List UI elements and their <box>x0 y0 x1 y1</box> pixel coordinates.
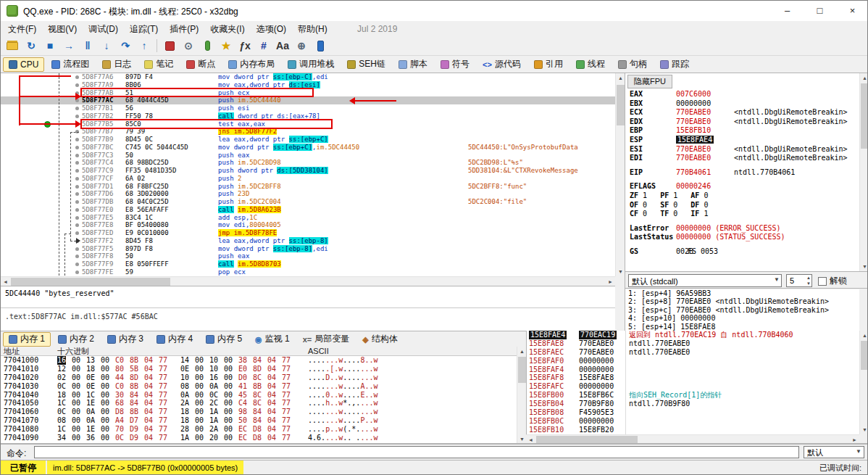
register-row[interactable]: ESI770EABE0<ntdll.DbgUiRemoteBreakin> <box>625 145 859 154</box>
stack-vscrollbar[interactable]: ▲ ▼ <box>859 331 868 434</box>
memory-row[interactable]: 7704100016001300C08B04771400100038840477… <box>1 356 517 365</box>
minimize-button[interactable]: – <box>771 1 804 21</box>
disasm-row[interactable]: 5D8F77D168 F8BFC25Dpush im.5DC2BFF85DC2B… <box>1 183 615 191</box>
memory-row[interactable]: 770410501C001E00688404772A002C00C48C0477… <box>1 399 517 408</box>
command-dropdown[interactable]: 默认▼ <box>804 446 864 458</box>
scroll-thumb[interactable] <box>11 278 170 286</box>
tab-handles[interactable]: 句柄 <box>612 57 653 72</box>
tab-symbols[interactable]: 符号 <box>435 57 475 72</box>
stack-row[interactable]: 15E8FAF815E8FAE8 <box>527 373 859 382</box>
scroll-up-icon[interactable]: ▲ <box>860 73 868 83</box>
disasm-row[interactable]: 5D8F77A98B06mov eax,dword ptr ds:[esi] <box>1 81 615 89</box>
tab-memory[interactable]: 内存 3 <box>101 332 149 347</box>
tab-notes[interactable]: 笔记 <box>138 57 179 72</box>
hash-icon[interactable]: # <box>255 38 272 54</box>
tab-call-stack[interactable]: 调用堆栈 <box>282 57 340 72</box>
stack-row[interactable]: 15E8FAF400000000 <box>527 365 859 374</box>
unlock-checkbox[interactable]: 解锁 <box>818 275 847 287</box>
register-row[interactable] <box>625 177 859 182</box>
memory-dump-pane[interactable]: 7704100016001300C08B04771400100038840477… <box>1 356 517 444</box>
stack-row[interactable]: 15E8FAE8770EABE0ntdll.770EABE0 <box>527 339 859 348</box>
tab-watch[interactable]: ◉监视 1 <box>249 332 296 347</box>
disasm-row[interactable]: 5D8F77AB51push ecx <box>1 89 615 97</box>
scroll-down-icon[interactable]: ▼ <box>860 262 868 271</box>
disasm-row[interactable]: 5D8F77C468 98BDC25Dpush im.5DC2BD985DC2B… <box>1 159 615 167</box>
disasm-row[interactable]: 5D8F77B585C0test eax,eax <box>1 120 615 128</box>
register-row[interactable] <box>625 163 859 168</box>
restart-icon[interactable]: ↻ <box>22 38 40 54</box>
register-row[interactable]: EBP15E8FB10 <box>625 126 859 136</box>
tab-cpu[interactable]: CPU <box>3 57 44 72</box>
scroll-thumb[interactable] <box>861 83 868 149</box>
disasm-row[interactable]: 5D8F77F850push eax <box>1 252 615 260</box>
menu-item[interactable]: 调试(D) <box>83 21 124 36</box>
scylla-icon[interactable] <box>161 38 178 54</box>
argument-row[interactable]: 4: [esp+10] 00000000 <box>625 314 859 322</box>
scroll-thumb[interactable] <box>861 341 868 370</box>
tab-trace[interactable]: 跟踪 <box>654 57 695 72</box>
register-row[interactable]: EDI770EABE0<ntdll.DbgUiRemoteBreakin> <box>625 154 859 163</box>
register-row[interactable]: GS002BFS 0053 <box>625 247 859 257</box>
settings-icon[interactable]: ⊙ <box>180 38 197 54</box>
title-bar[interactable]: QQ.exe - PID: 268C - 模块: im.dll - 线程: 25… <box>1 1 867 21</box>
stack-row[interactable]: 15E8FB08F45905E3 <box>527 408 859 417</box>
vertical-splitter[interactable] <box>625 73 625 331</box>
disasm-row[interactable]: 5D8F77D668 3D020000push 23D <box>1 190 615 198</box>
calling-convention-select[interactable]: 默认 (stdcall)▼ <box>628 274 782 287</box>
memory-row[interactable]: 7704101012001800805B04770E001000E08D0477… <box>1 365 517 373</box>
register-row[interactable]: EBX00000000 <box>625 99 859 109</box>
disasm-row[interactable]: 5D8F77F28D45 F8lea eax,dword ptr ss:[ebp… <box>1 237 615 245</box>
stack-row[interactable]: 15E8FB1015E8FB20 <box>527 426 859 434</box>
stack-row[interactable]: 15E8FB0015E8FB6C指向SEH_Record[1]的指针 <box>527 391 859 400</box>
menu-item[interactable]: 选项(O) <box>251 21 292 36</box>
argument-row[interactable]: 1: [esp+4] 96A59BB3 <box>625 289 859 297</box>
tab-threads[interactable]: 线程 <box>570 57 611 72</box>
disasm-row[interactable]: 5D8F77B779 39jns im.5D8F77F2 <box>1 128 615 136</box>
memory-row[interactable]: 770410801C001E0070D9047728002A00ECD80477… <box>1 425 517 434</box>
disasm-row[interactable]: 5D8F77C9FF35 0481D35Dpush dword ptr ds:[… <box>1 167 615 175</box>
memory-row[interactable]: 770410300C000E00C08B047708000A00418B0477… <box>1 382 517 391</box>
cactus-icon[interactable] <box>199 38 216 54</box>
tab-struct[interactable]: ◈结构体 <box>356 332 403 347</box>
disasm-row[interactable]: 5D8F77FE59pop ecx <box>1 268 615 276</box>
disasm-row[interactable]: 5D8F77E8BF 05400080mov edi,80004005 <box>1 221 615 229</box>
disasm-row[interactable]: 5D8F77E0E8 56EAFAFFcall im.5D8A623B <box>1 206 615 214</box>
favorites-icon[interactable]: ★ <box>217 38 235 54</box>
register-row[interactable]: OF 0 SF 0 DF 0 <box>625 201 859 210</box>
memory-vscrollbar[interactable]: ▲ ▼ <box>517 347 526 444</box>
stop-icon[interactable]: ■ <box>41 38 59 54</box>
tab-script[interactable]: 脚本 <box>393 57 433 72</box>
register-row[interactable]: ECX770EABE0<ntdll.DbgUiRemoteBreakin> <box>625 108 859 117</box>
memory-row[interactable]: 770410600C000A00D88B047718001A0098840477… <box>1 408 517 416</box>
scroll-thumb[interactable] <box>518 357 526 383</box>
tab-breakpoints[interactable]: 断点 <box>180 57 221 72</box>
argument-row[interactable]: 3: [esp+c] 770EABE0 <ntdll.DbgUiRemoteBr… <box>625 306 859 314</box>
register-row[interactable]: CF 0 TF 0 IF 1 <box>625 210 859 219</box>
menu-item[interactable]: 视图(V) <box>42 21 83 36</box>
register-row[interactable]: ESP15E8FAE4 <box>625 136 859 145</box>
stack-row[interactable]: 15E8FB04770B9F80ntdll.770B9F80 <box>527 400 859 408</box>
disasm-row[interactable]: 5D8F77B156push esi <box>1 104 615 112</box>
disasm-row[interactable]: 5D8F77B2FF50 78call dword ptr ds:[eax+78… <box>1 112 615 120</box>
breakpoint-dot-icon[interactable] <box>44 121 51 128</box>
argument-row[interactable]: 2: [esp+8] 770EABE0 <ntdll.DbgUiRemoteBr… <box>625 297 859 305</box>
tab-memory[interactable]: 内存 4 <box>151 332 199 347</box>
disasm-row[interactable]: 5D8F77C350push eax <box>1 152 615 160</box>
registers-pane[interactable]: 隐藏FPU EAX007C6000EBX00000000ECX770EABE0<… <box>625 73 859 271</box>
tab-memory[interactable]: 内存 1 <box>3 332 51 347</box>
memory-row[interactable]: 7704102002000E00448D047710001600D08C0477… <box>1 373 517 382</box>
disasm-row[interactable]: 5D8F77A6897D F4mov dword ptr ss:[ebp-C],… <box>1 73 615 81</box>
gear-icon[interactable]: ⊕ <box>293 38 310 54</box>
hide-fpu-button[interactable]: 隐藏FPU <box>627 75 672 88</box>
disasm-row[interactable]: 5D8F77F5897D F8mov dword ptr ss:[ebp-8],… <box>1 245 615 253</box>
tab-graph[interactable]: 流程图 <box>46 57 95 72</box>
tab-references[interactable]: 引用 <box>528 57 569 72</box>
register-row[interactable]: ZF 1 PF 1 AF 0 <box>625 191 859 201</box>
close-button[interactable]: × <box>836 1 868 21</box>
register-row[interactable]: EDX770EABE0<ntdll.DbgUiRemoteBreakin> <box>625 117 859 127</box>
stack-row[interactable]: 15E8FAF000000000 <box>527 357 859 365</box>
register-row[interactable]: EAX007C6000 <box>625 90 859 99</box>
stack-row[interactable]: 15E8FB0C00000000 <box>527 417 859 426</box>
tab-memory-map[interactable]: 内存布局 <box>222 57 280 72</box>
menu-item[interactable]: 文件(F) <box>2 21 42 36</box>
